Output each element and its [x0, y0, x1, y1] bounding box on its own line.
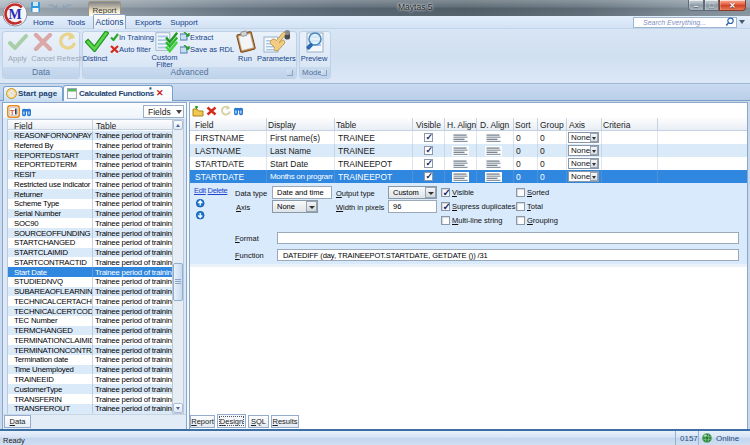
svg-text:M: M	[8, 7, 21, 22]
svg-text:T: T	[10, 108, 15, 117]
